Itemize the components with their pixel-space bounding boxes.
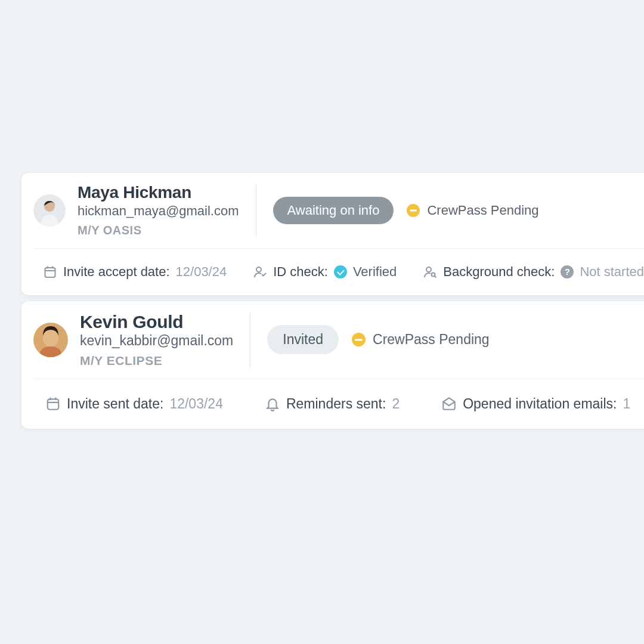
status-pill: Invited	[267, 325, 339, 354]
crewpass-status: CrewPass Pending	[352, 332, 490, 348]
opened-emails: Opened invitation emails: 1	[441, 396, 630, 412]
svg-rect-12	[48, 400, 58, 410]
person-name: Kevin Gould	[80, 312, 233, 332]
person-info: Kevin Gould kevin_kabbir@gmail.com M/Y E…	[80, 312, 250, 368]
id-check: ID check: Verified	[253, 264, 397, 280]
svg-point-6	[256, 267, 261, 272]
invite-date: Invite accept date: 12/03/24	[43, 264, 227, 280]
person-email: hickman_maya@gmail.com	[78, 203, 239, 219]
svg-point-8	[432, 273, 435, 276]
invite-value: 12/03/24	[176, 264, 227, 280]
invite-value: 12/03/24	[169, 396, 223, 412]
reminders-value: 2	[392, 396, 400, 412]
mail-open-icon	[441, 396, 457, 411]
pending-icon	[352, 333, 366, 346]
bg-check-label: Background check:	[443, 264, 555, 280]
person-name: Maya Hickman	[78, 184, 239, 202]
person-email: kevin_kabbir@gmail.com	[80, 333, 233, 349]
svg-rect-2	[45, 268, 55, 277]
calendar-icon	[43, 265, 57, 279]
id-check-value: Verified	[353, 264, 397, 280]
vessel-name: M/Y OASIS	[78, 224, 239, 237]
check-icon	[334, 265, 347, 278]
invite-label: Invite accept date:	[63, 264, 170, 280]
reminders-sent: Reminders sent: 2	[265, 396, 400, 412]
svg-line-9	[435, 276, 436, 278]
user-search-icon	[423, 265, 437, 279]
status-pill: Awaiting on info	[273, 197, 394, 224]
calendar-icon	[45, 396, 61, 411]
invite-label: Invite sent date:	[67, 396, 163, 412]
opened-value: 1	[623, 396, 630, 412]
svg-point-11	[43, 329, 58, 347]
opened-label: Opened invitation emails:	[463, 396, 617, 412]
vessel-name: M/Y ECLIPSE	[80, 354, 233, 368]
avatar	[33, 323, 68, 357]
avatar	[33, 194, 66, 227]
crew-card[interactable]: Kevin Gould kevin_kabbir@gmail.com M/Y E…	[21, 301, 644, 429]
person-info: Maya Hickman hickman_maya@gmail.com M/Y …	[78, 184, 256, 237]
crewpass-status: CrewPass Pending	[407, 203, 538, 218]
crew-card[interactable]: Maya Hickman hickman_maya@gmail.com M/Y …	[21, 173, 644, 295]
svg-point-7	[426, 267, 431, 272]
reminders-label: Reminders sent:	[286, 396, 386, 412]
crewpass-label: CrewPass Pending	[373, 332, 490, 348]
bg-check-value: Not started	[580, 264, 644, 280]
id-check-label: ID check:	[273, 264, 328, 280]
pending-icon	[407, 204, 420, 217]
invite-date: Invite sent date: 12/03/24	[45, 396, 223, 412]
bell-icon	[265, 396, 280, 411]
question-icon: ?	[561, 265, 574, 278]
crewpass-label: CrewPass Pending	[427, 203, 538, 218]
user-check-icon	[253, 265, 267, 279]
background-check: Background check: ? Not started	[423, 264, 644, 280]
